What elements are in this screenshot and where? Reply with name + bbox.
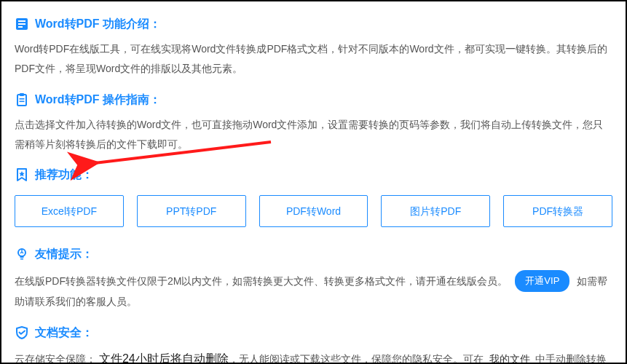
security-paragraph: 云存储安全保障： 文件24小时后将自动删除，无人能阅读或下载这些文件，保障您的隐… [15,348,612,364]
svg-rect-1 [18,20,25,22]
btn-image-to-pdf[interactable]: 图片转PDF [381,195,490,228]
section-intro-title: Word转PDF 功能介绍： [15,13,612,35]
section-recommend-label: 推荐功能： [35,164,93,186]
section-tips-title: 友情提示： [15,243,612,265]
svg-rect-7 [20,100,25,102]
svg-rect-10 [20,258,23,260]
svg-rect-5 [20,93,24,96]
tips-text-before: 在线版PDF转换器转换文件仅限于2M以内文件，如需转换更大文件、转换更多格式文件… [15,275,508,287]
shield-icon [15,325,29,340]
btn-pdf-to-word[interactable]: PDF转Word [259,195,368,228]
svg-rect-4 [17,95,26,106]
svg-rect-9 [20,256,24,258]
security-bold: 文件24小时后将自动删除 [99,352,229,364]
open-vip-button[interactable]: 开通VIP [515,270,569,293]
section-guide-label: Word转PDF 操作指南： [35,89,161,111]
guide-paragraph: 点击选择文件加入待转换的Word文件，也可直接拖动Word文件添加，设置需要转换… [15,115,612,154]
section-recommend-title: 推荐功能： [15,164,612,186]
svg-rect-6 [20,98,25,100]
svg-rect-2 [18,23,25,25]
btn-excel-to-pdf[interactable]: Excel转PDF [15,195,124,228]
section-security-title: 文档安全： [15,322,612,344]
recommend-button-row: Excel转PDF PPT转PDF PDF转Word 图片转PDF PDF转换器 [15,195,612,228]
intro-paragraph: Word转PDF在线版工具，可在线实现将Word文件转换成PDF格式文档，针对不… [15,39,612,78]
section-security-label: 文档安全： [35,322,93,344]
section-guide-title: Word转PDF 操作指南： [15,89,612,111]
lightbulb-icon [15,247,29,261]
security-mid: ，无人能阅读或下载这些文件，保障您的隐私安全。可在 [229,353,484,364]
document-icon [15,17,29,31]
btn-pdf-converter[interactable]: PDF转换器 [503,195,612,228]
star-bookmark-icon [15,167,29,182]
clipboard-icon [15,92,29,107]
security-pre: 云存储安全保障： [15,353,96,364]
tips-paragraph: 在线版PDF转换器转换文件仅限于2M以内文件，如需转换更大文件、转换更多格式文件… [15,270,612,312]
svg-rect-3 [18,26,23,28]
section-tips-label: 友情提示： [35,243,93,265]
my-files-link[interactable]: 我的文件 [489,353,530,364]
btn-ppt-to-pdf[interactable]: PPT转PDF [137,195,246,228]
section-intro-label: Word转PDF 功能介绍： [35,13,161,35]
